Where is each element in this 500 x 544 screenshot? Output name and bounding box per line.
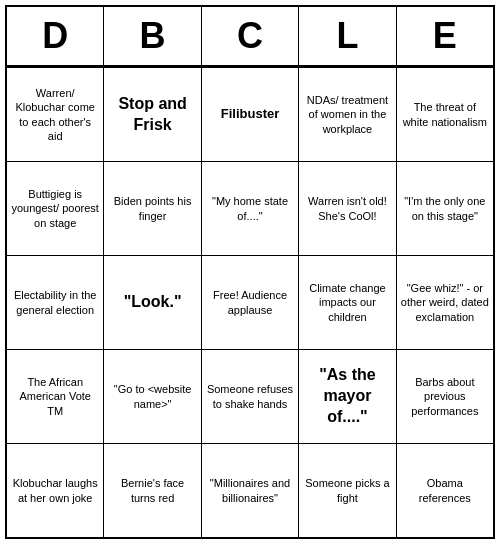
cell-3-1: "Go to <website name>" bbox=[104, 350, 201, 443]
cell-1-2: "My home state of...." bbox=[202, 162, 299, 255]
cell-4-1: Bernie's face turns red bbox=[104, 444, 201, 537]
cell-1-3: Warren isn't old! She's CoOl! bbox=[299, 162, 396, 255]
cell-4-0: Klobuchar laughs at her own joke bbox=[7, 444, 104, 537]
cell-2-0: Electability in the general election bbox=[7, 256, 104, 349]
bingo-card: DBCLE Warren/ Klobuchar come to each oth… bbox=[5, 5, 495, 539]
cell-0-1: Stop and Frisk bbox=[104, 68, 201, 161]
cell-0-0: Warren/ Klobuchar come to each other's a… bbox=[7, 68, 104, 161]
cell-3-2: Someone refuses to shake hands bbox=[202, 350, 299, 443]
cell-3-0: The African American Vote TM bbox=[7, 350, 104, 443]
grid-row-0: Warren/ Klobuchar come to each other's a… bbox=[7, 67, 493, 161]
header-row: DBCLE bbox=[7, 7, 493, 67]
cell-1-1: Biden points his finger bbox=[104, 162, 201, 255]
header-col-l: L bbox=[299, 7, 396, 65]
header-col-c: C bbox=[202, 7, 299, 65]
cell-1-0: Buttigieg is youngest/ poorest on stage bbox=[7, 162, 104, 255]
grid-row-4: Klobuchar laughs at her own jokeBernie's… bbox=[7, 443, 493, 537]
grid: Warren/ Klobuchar come to each other's a… bbox=[7, 67, 493, 537]
header-col-d: D bbox=[7, 7, 104, 65]
cell-4-2: "Millionaires and billionaires" bbox=[202, 444, 299, 537]
grid-row-2: Electability in the general election"Loo… bbox=[7, 255, 493, 349]
cell-0-3: NDAs/ treatment of women in the workplac… bbox=[299, 68, 396, 161]
cell-0-2: Filibuster bbox=[202, 68, 299, 161]
cell-3-3: "As the mayor of...." bbox=[299, 350, 396, 443]
header-col-b: B bbox=[104, 7, 201, 65]
cell-2-3: Climate change impacts our children bbox=[299, 256, 396, 349]
cell-0-4: The threat of white nationalism bbox=[397, 68, 493, 161]
cell-2-4: "Gee whiz!" - or other weird, dated excl… bbox=[397, 256, 493, 349]
cell-2-1: "Look." bbox=[104, 256, 201, 349]
cell-2-2: Free! Audience applause bbox=[202, 256, 299, 349]
cell-4-4: Obama references bbox=[397, 444, 493, 537]
cell-3-4: Barbs about previous performances bbox=[397, 350, 493, 443]
grid-row-3: The African American Vote TM"Go to <webs… bbox=[7, 349, 493, 443]
header-col-e: E bbox=[397, 7, 493, 65]
grid-row-1: Buttigieg is youngest/ poorest on stageB… bbox=[7, 161, 493, 255]
cell-1-4: "I'm the only one on this stage" bbox=[397, 162, 493, 255]
cell-4-3: Someone picks a fight bbox=[299, 444, 396, 537]
